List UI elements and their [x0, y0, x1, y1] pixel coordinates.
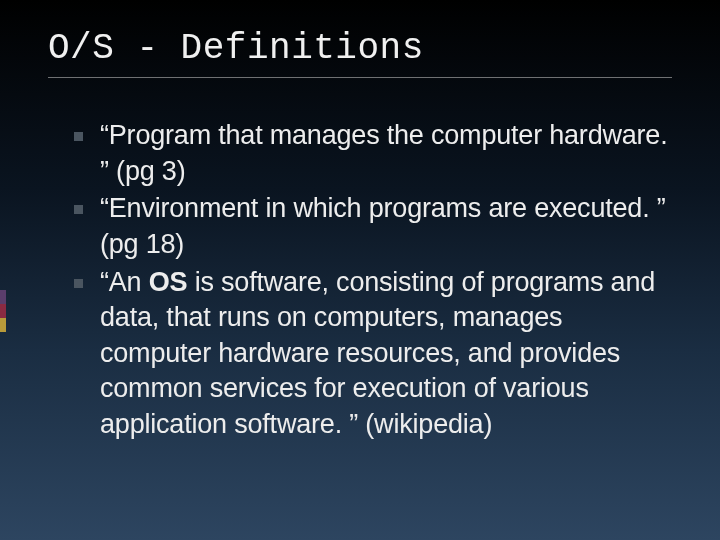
accent-bar-2	[0, 304, 6, 318]
bullet-item: “Environment in which programs are execu…	[100, 191, 672, 262]
bullet-text: “Environment in which programs are execu…	[100, 193, 666, 259]
bullet-text-prefix: “An	[100, 267, 149, 297]
bullet-text: “Program that manages the computer hardw…	[100, 120, 667, 186]
bullet-list: “Program that manages the computer hardw…	[48, 118, 672, 443]
bullet-item: “Program that manages the computer hardw…	[100, 118, 672, 189]
bullet-item: “An OS is software, consisting of progra…	[100, 265, 672, 443]
accent-bar-3	[0, 318, 6, 332]
title-rule	[48, 77, 672, 78]
slide-title: O/S - Definitions	[48, 28, 672, 69]
bullet-text-bold: OS	[149, 267, 188, 297]
accent-bars	[0, 290, 6, 332]
accent-bar-1	[0, 290, 6, 304]
slide-container: O/S - Definitions “Program that manages …	[0, 0, 720, 540]
